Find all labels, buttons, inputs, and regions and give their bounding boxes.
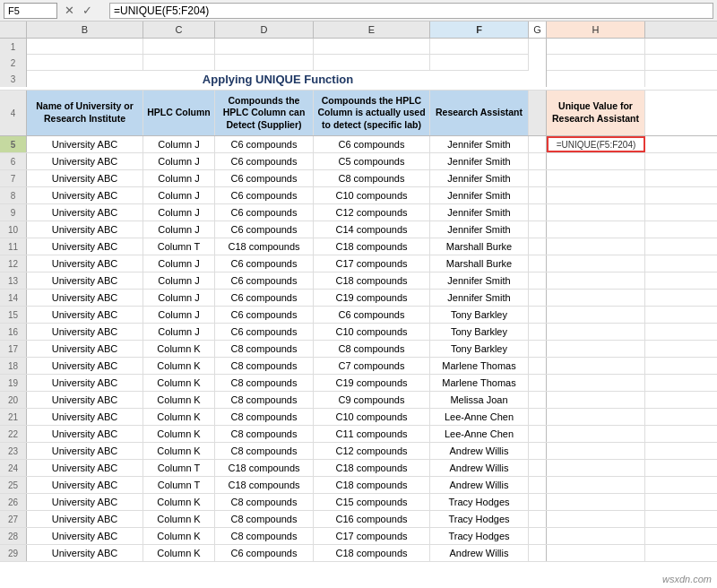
cell-e10[interactable]: C14 compounds: [314, 221, 430, 238]
cell-d26[interactable]: C8 compounds: [215, 494, 314, 510]
cell-b8[interactable]: University ABC: [27, 187, 143, 203]
cell-c1[interactable]: [143, 39, 215, 55]
cell-e5[interactable]: C6 compounds: [314, 136, 430, 152]
cell-e21[interactable]: C10 compounds: [314, 409, 430, 425]
cell-c7[interactable]: Column J: [143, 170, 215, 186]
cell-b17[interactable]: University ABC: [27, 341, 143, 357]
cell-e18[interactable]: C7 compounds: [314, 358, 430, 374]
cell-e26[interactable]: C15 compounds: [314, 494, 430, 510]
cell-h13[interactable]: [547, 272, 645, 289]
cell-f5[interactable]: Jennifer Smith: [430, 136, 529, 152]
cell-d22[interactable]: C8 compounds: [215, 426, 314, 442]
cell-d19[interactable]: C8 compounds: [215, 375, 314, 391]
cell-h10[interactable]: [547, 221, 645, 238]
cell-c28[interactable]: Column K: [143, 528, 215, 544]
cell-b19[interactable]: University ABC: [27, 375, 143, 391]
cell-c11[interactable]: Column T: [143, 238, 215, 255]
cell-d12[interactable]: C6 compounds: [215, 255, 314, 272]
cell-e12[interactable]: C17 compounds: [314, 255, 430, 272]
cell-c15[interactable]: Column J: [143, 307, 215, 323]
cell-f22[interactable]: Lee-Anne Chen: [430, 426, 529, 442]
cell-e17[interactable]: C8 compounds: [314, 341, 430, 357]
cell-h5[interactable]: =UNIQUE(F5:F204): [547, 136, 645, 152]
cell-c25[interactable]: Column T: [143, 477, 215, 493]
cell-h3[interactable]: [547, 71, 645, 87]
cell-b28[interactable]: University ABC: [27, 528, 143, 544]
cell-c23[interactable]: Column K: [143, 443, 215, 459]
cell-f7[interactable]: Jennifer Smith: [430, 170, 529, 186]
cell-b16[interactable]: University ABC: [27, 324, 143, 340]
cell-d28[interactable]: C8 compounds: [215, 528, 314, 544]
cell-d23[interactable]: C8 compounds: [215, 443, 314, 459]
cell-c16[interactable]: Column J: [143, 324, 215, 340]
cell-f12[interactable]: Marshall Burke: [430, 255, 529, 272]
cell-f8[interactable]: Jennifer Smith: [430, 187, 529, 203]
cell-f28[interactable]: Tracy Hodges: [430, 528, 529, 544]
cell-d25[interactable]: C18 compounds: [215, 477, 314, 493]
cell-e24[interactable]: C18 compounds: [314, 460, 430, 476]
cell-d20[interactable]: C8 compounds: [215, 392, 314, 408]
cell-h2[interactable]: [547, 55, 645, 71]
cell-e1[interactable]: [314, 39, 430, 55]
cell-f18[interactable]: Marlene Thomas: [430, 358, 529, 374]
cell-h21[interactable]: [547, 409, 645, 425]
cell-b23[interactable]: University ABC: [27, 443, 143, 459]
cell-f26[interactable]: Tracy Hodges: [430, 494, 529, 510]
cell-b12[interactable]: University ABC: [27, 255, 143, 272]
cell-c22[interactable]: Column K: [143, 426, 215, 442]
cell-d17[interactable]: C8 compounds: [215, 341, 314, 357]
cell-h19[interactable]: [547, 375, 645, 391]
cell-f24[interactable]: Andrew Willis: [430, 460, 529, 476]
cell-c5[interactable]: Column J: [143, 136, 215, 152]
cell-f13[interactable]: Jennifer Smith: [430, 272, 529, 289]
cell-c26[interactable]: Column K: [143, 494, 215, 510]
cell-h28[interactable]: [547, 528, 645, 544]
cell-b21[interactable]: University ABC: [27, 409, 143, 425]
cell-e2[interactable]: [314, 55, 430, 71]
cell-d5[interactable]: C6 compounds: [215, 136, 314, 152]
cell-e20[interactable]: C9 compounds: [314, 392, 430, 408]
cell-b24[interactable]: University ABC: [27, 460, 143, 476]
cell-f2[interactable]: [430, 55, 529, 71]
cell-h18[interactable]: [547, 358, 645, 374]
cell-e8[interactable]: C10 compounds: [314, 187, 430, 203]
cell-reference-box[interactable]: [4, 3, 57, 19]
cell-b11[interactable]: University ABC: [27, 238, 143, 255]
cell-h7[interactable]: [547, 170, 645, 186]
cell-h11[interactable]: [547, 238, 645, 255]
cell-h17[interactable]: [547, 341, 645, 357]
cell-f19[interactable]: Marlene Thomas: [430, 375, 529, 391]
cell-h26[interactable]: [547, 494, 645, 510]
cell-b14[interactable]: University ABC: [27, 290, 143, 306]
cell-h12[interactable]: [547, 255, 645, 272]
cell-d14[interactable]: C6 compounds: [215, 290, 314, 306]
cell-d15[interactable]: C6 compounds: [215, 307, 314, 323]
cell-b26[interactable]: University ABC: [27, 494, 143, 510]
cell-d29[interactable]: C6 compounds: [215, 545, 314, 561]
cell-b22[interactable]: University ABC: [27, 426, 143, 442]
cell-d7[interactable]: C6 compounds: [215, 170, 314, 186]
cell-d13[interactable]: C6 compounds: [215, 272, 314, 289]
cell-h20[interactable]: [547, 392, 645, 408]
cell-b5[interactable]: University ABC: [27, 136, 143, 152]
cell-e9[interactable]: C12 compounds: [314, 204, 430, 220]
cell-e22[interactable]: C11 compounds: [314, 426, 430, 442]
cell-c24[interactable]: Column T: [143, 460, 215, 476]
cell-c19[interactable]: Column K: [143, 375, 215, 391]
cell-d1[interactable]: [215, 39, 314, 55]
cell-h8[interactable]: [547, 187, 645, 203]
cell-b10[interactable]: University ABC: [27, 221, 143, 238]
cell-h27[interactable]: [547, 511, 645, 527]
cell-c14[interactable]: Column J: [143, 290, 215, 306]
cell-f1[interactable]: [430, 39, 529, 55]
cell-b20[interactable]: University ABC: [27, 392, 143, 408]
cell-h23[interactable]: [547, 443, 645, 459]
cell-d18[interactable]: C8 compounds: [215, 358, 314, 374]
cell-f16[interactable]: Tony Barkley: [430, 324, 529, 340]
cell-d2[interactable]: [215, 55, 314, 71]
cell-c6[interactable]: Column J: [143, 153, 215, 169]
cell-b6[interactable]: University ABC: [27, 153, 143, 169]
cell-b18[interactable]: University ABC: [27, 358, 143, 374]
cell-c12[interactable]: Column J: [143, 255, 215, 272]
cell-d8[interactable]: C6 compounds: [215, 187, 314, 203]
